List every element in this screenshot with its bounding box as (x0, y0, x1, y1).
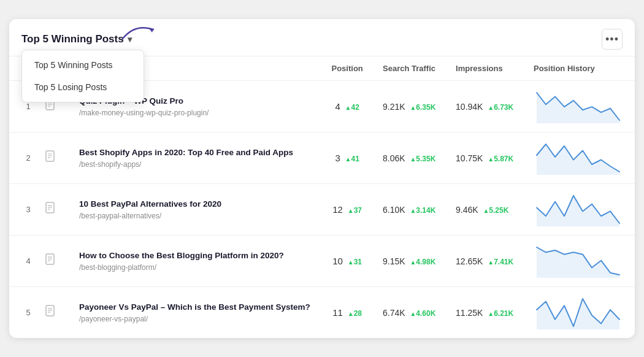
table-row: 2 Best Shopify Apps in 2020: Top 40 Free… (9, 132, 635, 184)
traffic-arrow-icon: ▲ (410, 310, 416, 317)
traffic-arrow-icon: ▲ (410, 104, 416, 111)
col-search-traffic: Search Traffic (373, 56, 446, 81)
impressions-main: 9.46K (456, 205, 478, 215)
impressions-main: 10.75K (456, 153, 483, 163)
sparkline-svg (534, 296, 629, 329)
sparkline-cell (524, 236, 635, 287)
post-url: /best-shopify-apps/ (79, 160, 312, 169)
col-position: Position (321, 56, 373, 81)
position-main: 3 (335, 153, 340, 163)
traffic-main: 6.74K (383, 308, 405, 318)
position-delta: 41 (351, 155, 359, 163)
post-info: Best Shopify Apps in 2020: Top 40 Free a… (69, 132, 321, 184)
traffic-main: 8.06K (383, 153, 405, 163)
traffic-delta: 4.60K (416, 309, 435, 318)
document-icon (42, 150, 59, 166)
sparkline-svg (534, 90, 629, 123)
sparkline-svg (534, 141, 629, 175)
position-cell: 10 ▲31 (321, 236, 373, 287)
position-cell: 11 ▲28 (321, 287, 373, 339)
dropdown-item-losing[interactable]: Top 5 Losing Posts (22, 76, 144, 98)
traffic-arrow-icon: ▲ (410, 259, 416, 266)
position-delta: 37 (354, 206, 362, 215)
traffic-delta: 4.98K (416, 258, 435, 266)
sparkline-svg (534, 244, 629, 278)
rank-number: 5 (19, 308, 37, 317)
position-main: 4 (335, 101, 340, 112)
dropdown-item-winning[interactable]: Top 5 Winning Posts (22, 54, 144, 76)
post-url: /make-money-using-wp-quiz-pro-plugin/ (79, 109, 312, 117)
arrow-annotation (117, 20, 166, 45)
traffic-main: 6.10K (383, 205, 405, 215)
document-icon (42, 305, 59, 321)
position-arrow-icon: ▲ (348, 310, 354, 317)
card-header: Top 5 Winning Posts ▾ ••• Top 5 Winning … (9, 19, 635, 50)
sparkline-cell (524, 81, 635, 132)
rank-number: 1 (19, 102, 37, 111)
impressions-delta: 7.41K (494, 258, 513, 266)
impressions-cell: 10.94K ▲6.73K (446, 81, 524, 132)
impressions-main: 10.94K (456, 102, 483, 112)
impressions-delta: 5.87K (494, 155, 513, 163)
post-title: 10 Best PayPal Alternatives for 2020 (79, 199, 312, 210)
more-options-button[interactable]: ••• (602, 29, 623, 50)
dropdown-menu: Top 5 Winning Posts Top 5 Losing Posts (21, 50, 144, 102)
rank-number: 4 (19, 256, 37, 266)
impressions-delta: 6.21K (494, 309, 513, 318)
traffic-cell: 6.74K ▲4.60K (373, 287, 446, 339)
position-arrow-icon: ▲ (348, 207, 354, 214)
position-main: 11 (332, 307, 343, 318)
impressions-cell: 10.75K ▲5.87K (446, 132, 524, 184)
impressions-arrow-icon: ▲ (488, 259, 494, 266)
impressions-arrow-icon: ▲ (483, 207, 489, 214)
sparkline-cell (524, 184, 635, 236)
rank-number: 3 (19, 205, 37, 214)
position-arrow-icon: ▲ (345, 104, 351, 111)
traffic-main: 9.15K (383, 256, 405, 266)
position-delta: 28 (354, 309, 362, 318)
impressions-arrow-icon: ▲ (488, 156, 494, 163)
position-arrow-icon: ▲ (348, 259, 354, 266)
post-info: Payoneer Vs PayPal – Which is the Best P… (69, 287, 321, 339)
position-delta: 31 (354, 258, 362, 266)
traffic-cell: 6.10K ▲3.14K (373, 184, 446, 236)
col-position-history: Position History (524, 56, 635, 81)
impressions-delta: 5.25K (489, 206, 508, 215)
position-main: 12 (332, 204, 343, 215)
impressions-main: 12.65K (456, 256, 483, 266)
rank-number: 2 (19, 153, 37, 163)
post-info: How to Choose the Best Blogging Platform… (69, 236, 321, 287)
post-info: 10 Best PayPal Alternatives for 2020 /be… (69, 184, 321, 236)
svg-marker-5 (537, 93, 619, 123)
traffic-arrow-icon: ▲ (410, 207, 416, 214)
traffic-main: 9.21K (383, 102, 405, 112)
impressions-delta: 6.73K (494, 103, 513, 112)
table-row: 5 Payoneer Vs PayPal – Which is the Best… (9, 287, 635, 339)
traffic-cell: 9.21K ▲6.35K (373, 81, 446, 132)
post-url: /payoneer-vs-paypal/ (79, 315, 312, 323)
traffic-cell: 8.06K ▲5.35K (373, 132, 446, 184)
sparkline-svg (534, 193, 629, 226)
traffic-delta: 6.35K (416, 103, 435, 112)
position-arrow-icon: ▲ (345, 156, 351, 163)
position-cell: 3 ▲41 (321, 132, 373, 184)
position-cell: 4 ▲42 (321, 81, 373, 132)
document-icon (42, 202, 59, 218)
traffic-delta: 3.14K (416, 206, 435, 215)
post-title: Best Shopify Apps in 2020: Top 40 Free a… (79, 147, 312, 159)
sparkline-cell (524, 287, 635, 339)
table-row: 3 10 Best PayPal Alternatives for 2020 /… (9, 184, 635, 236)
sparkline-cell (524, 132, 635, 184)
title-dropdown-button[interactable]: Top 5 Winning Posts ▾ (21, 33, 132, 45)
post-title: How to Choose the Best Blogging Platform… (79, 250, 312, 262)
post-url: /best-paypal-alternatives/ (79, 212, 312, 220)
impressions-cell: 9.46K ▲5.25K (446, 184, 524, 236)
impressions-arrow-icon: ▲ (488, 310, 494, 317)
position-main: 10 (332, 256, 343, 266)
position-delta: 42 (351, 103, 359, 112)
card-title: Top 5 Winning Posts (21, 33, 124, 45)
post-title: Payoneer Vs PayPal – Which is the Best P… (79, 302, 312, 313)
document-icon (42, 253, 59, 269)
impressions-cell: 11.25K ▲6.21K (446, 287, 524, 339)
traffic-arrow-icon: ▲ (410, 156, 416, 163)
